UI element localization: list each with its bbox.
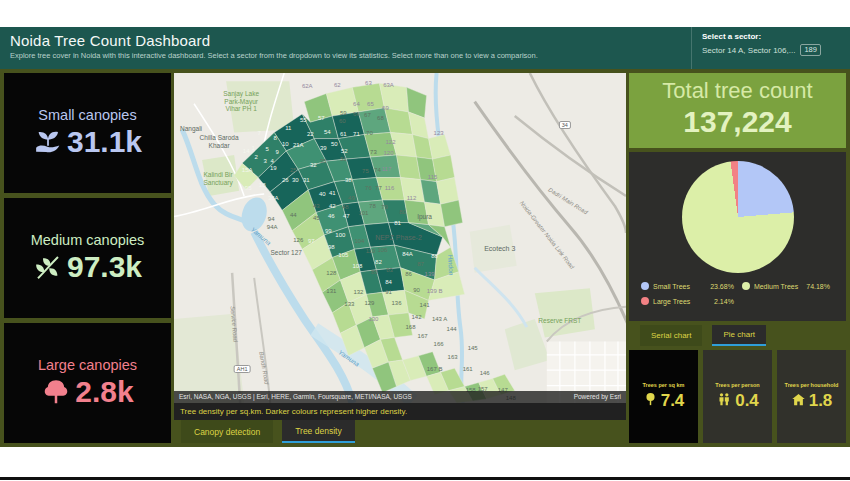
- map-label: Kalindi Bir: [203, 171, 232, 178]
- tab-canopy-detection[interactable]: Canopy detection: [181, 420, 273, 443]
- page-subtitle: Explore tree cover in Noida with this in…: [10, 51, 538, 60]
- map-label: 74: [374, 167, 381, 173]
- tab-tree-density[interactable]: Tree density: [282, 420, 354, 443]
- map-label: 46: [328, 213, 335, 219]
- leaf-branch-icon: [33, 252, 63, 282]
- map-label: 112: [407, 195, 417, 201]
- map-label: 61: [340, 131, 347, 137]
- map-label: 84: [385, 279, 392, 285]
- map-label: Noida-Greater Noida Link Road: [519, 200, 575, 270]
- map-label: 5: [266, 146, 269, 152]
- header: Noida Tree Count Dashboard Explore tree …: [0, 27, 850, 69]
- map-label: Sanjay Lake: [223, 90, 259, 97]
- total-tree-count-label: Total tree count: [629, 78, 846, 104]
- map-label: Yamuna: [338, 348, 361, 367]
- map-label: 97: [308, 238, 315, 244]
- map-attribution: Esri, NASA, NGA, USGS | Esri, HERE, Garm…: [174, 391, 626, 403]
- map-label: 132: [353, 289, 363, 295]
- tree-icon: [41, 377, 71, 407]
- map-label: Bandh Road: [258, 351, 270, 385]
- map-caption: Tree density per sq.km. Darker colours r…: [174, 403, 626, 420]
- map-label: 21A: [293, 142, 304, 148]
- map-label: 94A: [267, 224, 278, 230]
- map-label: 84A: [402, 251, 413, 257]
- stats-row: Trees per sq km 7.4 Trees per person: [629, 350, 846, 443]
- map-label: 166: [434, 341, 444, 347]
- legend-percent: 74.18%: [806, 283, 838, 290]
- map-label: 35: [320, 158, 327, 164]
- map-label: Dadri Main Road: [547, 187, 588, 216]
- large-canopies-card: Large canopies 2.8k: [4, 323, 171, 443]
- trees-per-household-label: Trees per household: [785, 382, 839, 388]
- map-label: 65: [367, 101, 374, 107]
- map-label: 88: [431, 253, 438, 259]
- medium-canopies-card: Medium canopies 97.3k: [4, 198, 171, 318]
- map-label: 76: [365, 185, 372, 191]
- map-label: 73: [370, 149, 377, 155]
- map-label: NEPZ Phase-2: [375, 233, 422, 240]
- legend-percent: 23.68%: [710, 283, 742, 290]
- window-separator-line: [0, 477, 850, 480]
- map-label: Khadar: [209, 141, 230, 148]
- map-label: 38A: [268, 195, 279, 201]
- map-label: 139: [425, 271, 435, 277]
- map-label: 80: [399, 209, 406, 215]
- map-label: 75: [362, 168, 369, 174]
- map-label: 117: [382, 166, 392, 172]
- map-label: 83: [386, 267, 393, 273]
- map-label: 47: [343, 213, 350, 219]
- sector-count-badge: 189: [800, 44, 821, 56]
- map-label: 60: [339, 118, 346, 124]
- map-label: 2: [255, 154, 258, 160]
- map-label: Service Road: [230, 306, 239, 342]
- map-canvas[interactable]: 62A626363A646569123122120117115116112139…: [174, 73, 626, 403]
- small-canopies-label: Small canopies: [38, 107, 136, 123]
- map-label: 163: [448, 354, 458, 360]
- tree-icon: [643, 392, 658, 411]
- map-label: 85: [371, 269, 378, 275]
- map-label: 14: [243, 148, 250, 154]
- legend-item-medium-trees: Medium Trees 74.18%: [742, 282, 838, 290]
- map-label: 22: [307, 131, 314, 137]
- map-label: 42: [329, 203, 336, 209]
- house-icon: [791, 392, 806, 411]
- map-label: 38: [345, 177, 352, 183]
- map-label: 122: [385, 139, 395, 145]
- people-icon: [716, 392, 732, 411]
- map-label: 115: [428, 174, 438, 180]
- map-label: 51: [340, 156, 347, 162]
- map-label: 78: [369, 203, 376, 209]
- trees-per-household-value: 1.8: [809, 391, 833, 411]
- map-label-layer: 62A626363A646569123122120117115116112139…: [174, 73, 626, 403]
- map-label: 43: [313, 203, 320, 209]
- map-label: Ipura: [417, 213, 432, 220]
- legend-item-small-trees: Small Trees 23.68%: [641, 282, 742, 290]
- map-label: 71: [353, 131, 360, 137]
- map-label: 167: [418, 333, 428, 339]
- map-label: 64: [353, 101, 360, 107]
- map-label: Sanctuary: [203, 178, 232, 185]
- large-canopies-label: Large canopies: [38, 357, 137, 373]
- map-label: 63A: [383, 82, 394, 88]
- map-label: 31: [303, 177, 310, 183]
- map-label: 54: [324, 129, 331, 135]
- map-label: 141: [420, 302, 430, 308]
- map-label: Vihar PH 1: [225, 104, 256, 111]
- map-label: 87: [417, 261, 424, 267]
- tab-serial-chart[interactable]: Serial chart: [640, 325, 702, 346]
- map-label: 167 B: [427, 366, 443, 372]
- map-label: 101: [358, 210, 368, 216]
- sector-selector-value[interactable]: Sector 14 A, Sector 106,...: [702, 46, 795, 55]
- legend-label: Medium Trees: [754, 283, 798, 290]
- large-canopies-value: 2.8k: [75, 375, 133, 409]
- map-label: 77: [375, 185, 382, 191]
- trees-per-person-label: Trees per person: [715, 382, 759, 388]
- map-label: Reserve FRST: [538, 316, 581, 323]
- map-label: 63: [365, 80, 372, 86]
- page: Noida Tree Count Dashboard Explore tree …: [0, 0, 850, 481]
- sector-selector-label: Select a sector:: [702, 32, 840, 41]
- sector-selector[interactable]: Select a sector: Sector 14 A, Sector 106…: [691, 27, 850, 69]
- map-label: 143 A: [432, 316, 447, 322]
- medium-canopies-label: Medium canopies: [31, 232, 145, 248]
- tab-pie-chart[interactable]: Pie chart: [712, 325, 766, 346]
